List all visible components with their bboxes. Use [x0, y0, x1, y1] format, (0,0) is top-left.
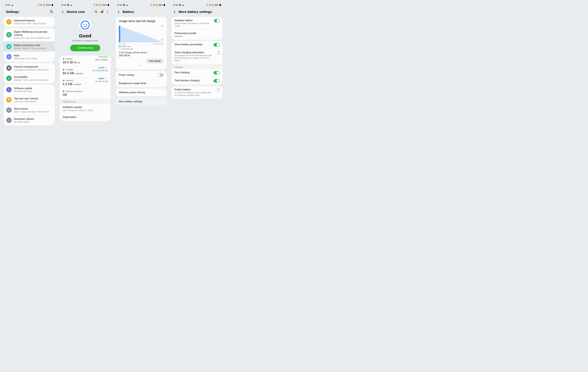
additional-item[interactable]: Software updateLast checked on August 21… [60, 104, 111, 114]
back-icon[interactable] [61, 10, 65, 14]
setting-row[interactable]: Fast wireless charging [172, 77, 222, 85]
settings-item[interactable]: About phoneStatus • Legal information • … [4, 105, 55, 115]
search-icon[interactable] [94, 10, 98, 14]
list-item[interactable]: Power saving [116, 71, 167, 79]
chart-icon[interactable] [100, 10, 104, 14]
view-details-button[interactable]: View details [146, 58, 163, 64]
cloud-icon: ☁ [182, 4, 184, 6]
svg-line-24 [97, 12, 97, 13]
svg-marker-45 [119, 25, 120, 42]
chart-right-label: 18 h 45 m left [153, 43, 163, 45]
alarm-icon: ⏰ [93, 4, 95, 6]
item-title: Power saving [119, 74, 134, 76]
settings-item[interactable]: AppsDefault apps • App settings [4, 52, 55, 62]
settings-item[interactable]: Digital Wellbeing and parental controlsS… [4, 28, 55, 41]
image-icon: 🖼 [123, 4, 125, 6]
setting-title: Show battery percentage [174, 43, 202, 46]
status-battery-pct: 100% [46, 4, 51, 6]
list-item[interactable]: More battery settings [116, 98, 167, 106]
cloud-icon: ☁ [11, 4, 13, 6]
toggle-switch[interactable] [213, 43, 220, 47]
svg-point-6 [8, 45, 10, 48]
item-title: General management [14, 65, 52, 68]
setting-sub: Show battery level and estimated time un… [174, 54, 214, 62]
device-stat-device-protection[interactable]: Device protectionOff [60, 88, 111, 99]
back-icon[interactable] [117, 10, 121, 14]
stat-right-text: 161.6 GB /256 GB [92, 70, 108, 72]
toggle-switch[interactable] [157, 73, 163, 77]
image-icon: 🖼 [179, 4, 181, 6]
device-stat-storage[interactable]: Storage161.6 GB /256 GB94.4 GB available [60, 66, 111, 77]
device-care-hero: Good No battery or security issues Optim… [58, 16, 112, 54]
alarm-icon: ⏰ [206, 4, 209, 6]
battery-icon [107, 4, 109, 6]
device-stat-battery[interactable]: Battery100% available18 h 30 m left [60, 56, 111, 66]
signal-icon: 📶 [43, 4, 45, 6]
setting-row[interactable]: Show charging informationShow battery le… [172, 49, 222, 64]
charging-label: Charging [172, 64, 222, 69]
page-title: Device care [67, 10, 92, 14]
svg-point-30 [107, 12, 108, 13]
setting-row[interactable]: Protect batteryTo extend the lifespan of… [172, 86, 222, 99]
svg-point-17 [9, 77, 9, 78]
optimize-button[interactable]: Optimize now [70, 45, 100, 51]
back-icon[interactable] [173, 10, 177, 14]
alarm-icon: ⏰ [37, 4, 40, 6]
svg-point-9 [8, 57, 9, 58]
item-title: Software update [14, 87, 52, 90]
battery-icon [219, 4, 221, 6]
settings-item[interactable]: Advanced featuresAndroid Auto • Labs • B… [4, 17, 55, 27]
device-stat-memory[interactable]: Memory6.7 GB /12 GB4.3 GB available [60, 77, 111, 88]
item-subtitle: Status • Legal information • Phone name [14, 111, 52, 113]
setting-title: Fast charging [174, 71, 190, 74]
memory-icon [63, 79, 65, 82]
svg-rect-1 [52, 4, 53, 4]
list-item[interactable]: Wireless power sharing [116, 88, 167, 96]
setting-row[interactable]: Fast charging [172, 69, 222, 77]
list-item[interactable]: Background usage limits [116, 79, 167, 87]
svg-rect-34 [63, 58, 64, 60]
setting-row[interactable]: Adaptive batteryExtend battery life base… [172, 17, 222, 30]
toggle-switch[interactable] [214, 19, 220, 22]
svg-rect-0 [52, 4, 53, 6]
setting-title: Show charging information [174, 51, 214, 54]
search-icon[interactable] [50, 10, 53, 14]
settings-item[interactable]: AccessibilityTalkBack • Mono audio • Ass… [4, 73, 55, 83]
toggle-switch[interactable] [213, 71, 220, 74]
setting-row[interactable]: Performance profileStandard [172, 30, 222, 40]
settings-item[interactable]: General managementLanguage and keyboard … [4, 63, 55, 73]
settings-item[interactable]: Software updateDownload and install [4, 85, 55, 95]
item-title: Software update [63, 106, 108, 109]
setting-row[interactable]: Show battery percentage [172, 41, 222, 49]
item-title: Digital Wellbeing and parental controls [14, 30, 52, 37]
status-battery-pct: 100% [102, 4, 106, 6]
item-subtitle: TalkBack • Mono audio • Assistant menu [14, 79, 52, 81]
item-title: Diagnostics [63, 116, 108, 119]
additional-care-label: Additional care [60, 99, 111, 104]
svg-rect-21 [108, 4, 109, 6]
header: Settings [2, 7, 56, 16]
settings-item[interactable]: Developer optionsDeveloper options [4, 115, 55, 125]
item-title: Apps [14, 54, 52, 57]
stat-value: 94.4 GB available [63, 71, 108, 75]
page-title: More battery settings [178, 10, 221, 14]
additional-item[interactable]: Diagnostics [60, 114, 111, 121]
status-battery-pct: 99% [159, 4, 163, 6]
wifi-icon [209, 4, 211, 6]
svg-point-29 [107, 11, 108, 12]
toggle-switch[interactable] [213, 79, 220, 83]
svg-point-33 [86, 24, 87, 25]
settings-item[interactable]: Battery and device careStorage • Memory … [4, 42, 55, 52]
item-subtitle: Language and keyboard • Date and time [14, 69, 52, 71]
image-icon: 🖼 [67, 4, 69, 6]
screen-more-battery: 10:30 🖼 ☁ ⏰ 📶 99% More battery settings … [170, 2, 224, 127]
statusbar: 10:26 ☁ ⏰ 📶 100% [2, 2, 56, 7]
item-title: More battery settings [119, 100, 142, 103]
toggle-switch[interactable] [216, 88, 220, 92]
more-icon[interactable] [106, 10, 109, 14]
toggle-switch[interactable] [217, 51, 220, 54]
cloud-icon: ☁ [70, 4, 73, 6]
stat-label: Memory [66, 79, 74, 82]
setting-title: Fast wireless charging [174, 79, 200, 82]
settings-item[interactable]: Tips and user manualUseful tips • New fe… [4, 95, 55, 105]
